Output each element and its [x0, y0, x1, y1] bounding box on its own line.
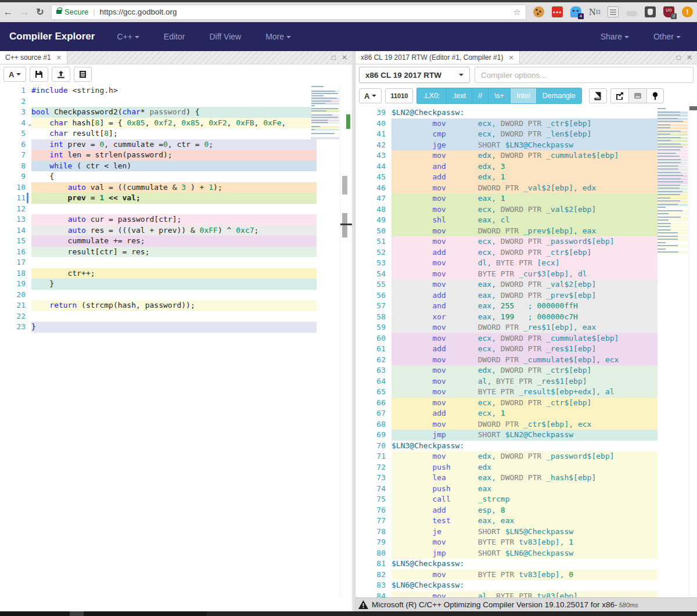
filter-button-demangle[interactable]: Demangle: [536, 88, 582, 104]
brand-title[interactable]: Compiler Explorer: [9, 31, 95, 42]
line-number[interactable]: 6: [0, 139, 26, 150]
line-number[interactable]: 77: [355, 516, 386, 527]
line-number[interactable]: 22: [0, 311, 26, 322]
line-number[interactable]: 50: [355, 226, 386, 237]
n-extension-icon[interactable]: N⌗: [589, 6, 600, 17]
line-number[interactable]: 17: [0, 257, 26, 268]
line-number[interactable]: 53: [355, 258, 386, 269]
nav-item-editor[interactable]: Editor: [164, 32, 185, 41]
line-number[interactable]: 15: [0, 236, 26, 247]
source-tab[interactable]: C++ source #1 ✕: [0, 51, 67, 64]
line-number[interactable]: 83: [355, 580, 386, 591]
line-number[interactable]: 43: [355, 150, 386, 161]
nav-item-c[interactable]: C++: [117, 32, 139, 41]
open-new-window-button[interactable]: [610, 88, 628, 103]
font-size-button[interactable]: A: [3, 67, 26, 82]
nav-item-other[interactable]: Other: [653, 32, 681, 41]
line-number[interactable]: 10: [0, 182, 26, 193]
load-button[interactable]: [52, 67, 70, 82]
line-number[interactable]: 19: [0, 279, 26, 290]
maximize-icon[interactable]: □: [332, 53, 336, 62]
line-number[interactable]: 47: [355, 193, 386, 204]
bottom-scrollbar-thumb[interactable]: [70, 611, 84, 616]
line-number[interactable]: 75: [355, 494, 386, 505]
bookmark-star-icon[interactable]: ☆: [513, 7, 521, 17]
line-number[interactable]: 72: [355, 462, 386, 473]
line-number[interactable]: 14: [0, 225, 26, 236]
fold-caret-icon[interactable]: ^: [28, 123, 32, 131]
close-pane-icon[interactable]: ✕: [687, 53, 692, 62]
scrollbar-thumb[interactable]: [342, 176, 347, 194]
line-number[interactable]: 44: [355, 161, 386, 172]
line-number[interactable]: 5: [0, 128, 26, 139]
line-number[interactable]: 69: [355, 430, 386, 441]
line-number[interactable]: 54: [355, 269, 386, 280]
pill-extension-icon[interactable]: [626, 11, 637, 16]
line-number[interactable]: 63: [355, 365, 386, 376]
password-extension-icon[interactable]: ●●●: [552, 6, 563, 17]
bottom-scrollbar[interactable]: [0, 611, 697, 616]
line-number[interactable]: 12: [0, 204, 26, 215]
line-number[interactable]: 1: [0, 85, 26, 96]
line-number[interactable]: 13: [0, 214, 26, 225]
filter-button-s[interactable]: \s+: [488, 88, 510, 104]
nav-item-diffview[interactable]: Diff View: [209, 32, 241, 41]
back-icon[interactable]: ←: [0, 6, 16, 18]
page-extension-icon[interactable]: [608, 6, 619, 17]
asm-scrollbar[interactable]: [688, 106, 697, 599]
line-number[interactable]: 68: [355, 419, 386, 430]
line-number[interactable]: 60: [355, 333, 386, 344]
filter-button-[interactable]: //: [472, 88, 488, 104]
line-number[interactable]: 20: [0, 290, 26, 301]
line-number[interactable]: 7: [0, 150, 26, 161]
url-text[interactable]: https://gcc.godbolt.org: [100, 8, 177, 16]
compiler-status-bar[interactable]: Microsoft (R) C/C++ Optimizing Compiler …: [355, 597, 697, 611]
alert-extension-icon[interactable]: !: [682, 6, 693, 17]
libraries-button[interactable]: [589, 88, 607, 103]
line-number[interactable]: 48: [355, 204, 386, 215]
url-bar[interactable]: Secure | https://gcc.godbolt.org ☆: [51, 5, 526, 20]
line-number[interactable]: 70: [355, 441, 386, 452]
asm-editor[interactable]: 39$LN2@Checkpassw:40 mov ecx, DWORD PTR …: [355, 106, 697, 599]
line-number[interactable]: 55: [355, 279, 386, 290]
line-number[interactable]: 59: [355, 322, 386, 333]
filter-button-intel[interactable]: Intel: [510, 88, 536, 104]
reload-icon[interactable]: ↻: [33, 6, 48, 17]
line-number[interactable]: 40: [355, 118, 386, 129]
scrollbar-thumb[interactable]: [689, 106, 697, 110]
line-number[interactable]: 23: [0, 322, 26, 333]
nav-item-more[interactable]: More: [265, 32, 291, 41]
source-editor[interactable]: 1#include <string.h>23bool Checkpassword…: [0, 84, 352, 597]
line-number[interactable]: 61: [355, 344, 386, 355]
asm-minimap[interactable]: [658, 107, 688, 254]
source-overview-ruler[interactable]: [340, 84, 352, 597]
source-minimap[interactable]: [311, 85, 339, 139]
ghost-extension-icon[interactable]: 4: [570, 6, 581, 17]
line-number[interactable]: 52: [355, 247, 386, 258]
line-number[interactable]: 39: [355, 107, 386, 118]
line-number[interactable]: 79: [355, 537, 386, 548]
compiler-tab[interactable]: x86 CL 19 2017 RTW (Editor #1, Compiler …: [355, 51, 520, 64]
line-number[interactable]: 8: [0, 161, 26, 172]
line-number[interactable]: 56: [355, 290, 386, 301]
line-number[interactable]: 21: [0, 300, 26, 311]
binary-filter-button[interactable]: 11010: [385, 88, 413, 103]
source-tab-close-icon[interactable]: ✕: [56, 54, 62, 62]
line-number[interactable]: 80: [355, 548, 386, 559]
line-number[interactable]: 57: [355, 301, 386, 312]
line-number[interactable]: 46: [355, 183, 386, 194]
maximize-icon[interactable]: □: [677, 53, 681, 62]
line-number[interactable]: 76: [355, 505, 386, 516]
line-number[interactable]: 78: [355, 527, 386, 538]
splitter-handle[interactable]: [340, 224, 352, 225]
line-number[interactable]: 3: [0, 107, 26, 118]
line-number[interactable]: 73: [355, 473, 386, 484]
tree-button[interactable]: [646, 88, 664, 103]
forward-icon[interactable]: →: [16, 6, 33, 18]
line-number[interactable]: 58: [355, 312, 386, 323]
paste-button[interactable]: [74, 67, 92, 82]
line-number[interactable]: 11: [0, 193, 26, 204]
save-button[interactable]: [30, 67, 48, 82]
line-number[interactable]: 9: [0, 171, 26, 182]
scrollbar-thumb-2[interactable]: [342, 213, 347, 237]
